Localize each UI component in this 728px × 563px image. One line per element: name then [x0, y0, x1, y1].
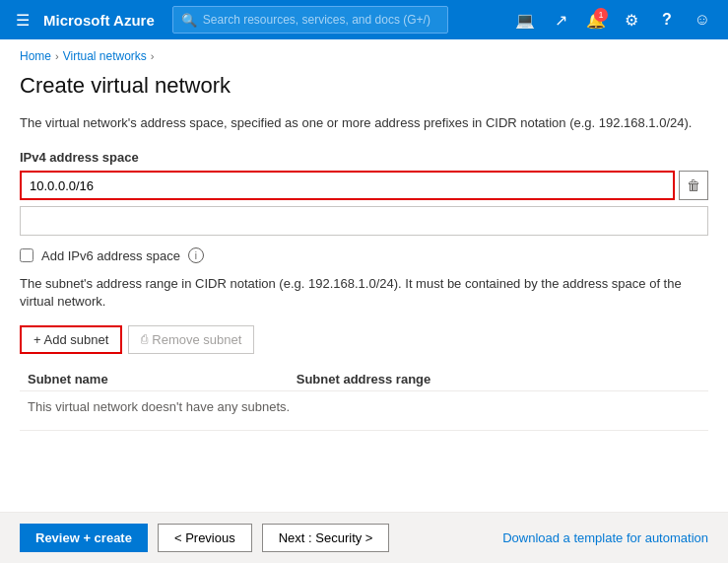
download-template-link[interactable]: Download a template for automation [502, 530, 708, 545]
nav-icons: 💻 ↗ 🔔 1 ⚙ ? ☺ [509, 4, 718, 35]
remove-subnet-button[interactable]: ⎙ Remove subnet [128, 325, 254, 354]
ipv4-secondary-input[interactable] [20, 206, 708, 236]
top-navigation: ☰ Microsoft Azure 🔍 💻 ↗ 🔔 1 ⚙ ? ☺ [0, 0, 728, 39]
transfer-icon[interactable]: ↗ [545, 4, 576, 35]
settings-icon[interactable]: ⚙ [616, 4, 647, 35]
bell-icon[interactable]: 🔔 1 [580, 4, 612, 35]
breadcrumb-home[interactable]: Home [20, 49, 51, 63]
search-icon: 🔍 [181, 13, 197, 28]
empty-message: This virtual network doesn't have any su… [20, 390, 708, 422]
breadcrumb: Home › Virtual networks › [0, 39, 728, 69]
ipv4-address-input[interactable] [20, 171, 675, 200]
table-row: This virtual network doesn't have any su… [20, 390, 708, 422]
search-input[interactable] [203, 13, 439, 27]
review-create-button[interactable]: Review + create [20, 524, 148, 552]
next-security-button[interactable]: Next : Security > [262, 524, 390, 552]
search-bar[interactable]: 🔍 [172, 6, 448, 34]
cloud-shell-icon: 💻 [515, 11, 535, 30]
subnet-buttons: + Add subnet ⎙ Remove subnet [20, 325, 708, 354]
remove-subnet-label: Remove subnet [152, 332, 241, 347]
notification-badge: 1 [594, 8, 608, 22]
notifications-icon[interactable]: 💻 [509, 4, 541, 35]
address-space-description: The virtual network's address space, spe… [20, 114, 708, 132]
ipv6-checkbox[interactable] [20, 248, 33, 262]
ipv4-label: IPv4 address space [20, 150, 708, 165]
subnet-table: Subnet name Subnet address range This vi… [20, 368, 708, 422]
subnet-address-header: Subnet address range [289, 368, 708, 391]
ipv4-input-row: 🗑 [20, 171, 708, 200]
ipv6-info-icon[interactable]: i [188, 247, 204, 263]
delete-icon: 🗑 [687, 177, 700, 193]
table-divider [20, 430, 708, 431]
hamburger-icon[interactable]: ☰ [10, 7, 35, 34]
add-subnet-button[interactable]: + Add subnet [20, 325, 122, 354]
footer: Review + create < Previous Next : Securi… [0, 512, 728, 563]
ipv4-secondary-row [20, 206, 708, 236]
page-title: Create virtual network [0, 69, 728, 114]
brand-logo: Microsoft Azure [43, 12, 155, 29]
subnet-name-header: Subnet name [20, 368, 289, 391]
upload-icon: ↗ [555, 11, 567, 30]
breadcrumb-separator-1: › [55, 50, 59, 62]
delete-ipv4-button[interactable]: 🗑 [679, 171, 708, 200]
subnet-description: The subnet's address range in CIDR notat… [20, 275, 708, 311]
ipv6-label[interactable]: Add IPv6 address space [41, 248, 180, 263]
breadcrumb-virtual-networks[interactable]: Virtual networks [63, 49, 147, 63]
main-content: The virtual network's address space, spe… [0, 114, 728, 431]
copy-icon: ⎙ [141, 332, 148, 346]
ipv6-checkbox-row: Add IPv6 address space i [20, 247, 708, 263]
help-icon[interactable]: ? [651, 4, 683, 35]
feedback-icon[interactable]: ☺ [687, 4, 718, 35]
breadcrumb-separator-2: › [151, 50, 155, 62]
previous-button[interactable]: < Previous [158, 524, 252, 552]
